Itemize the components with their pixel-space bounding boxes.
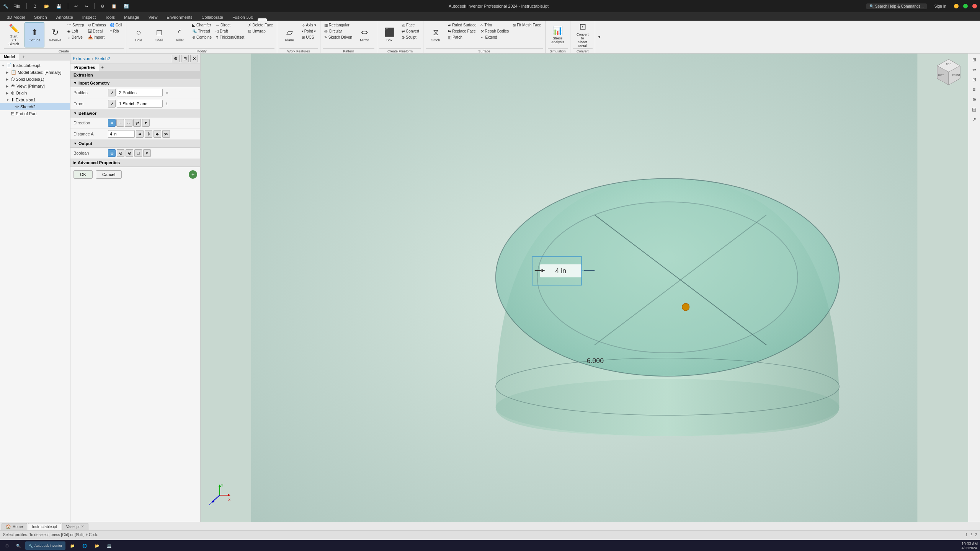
- bool-join-btn[interactable]: ⊕: [108, 149, 116, 157]
- emboss-btn[interactable]: ⊙ Emboss: [87, 22, 108, 28]
- mini-btn-7[interactable]: ↗: [970, 115, 979, 124]
- ribbon-more-btn[interactable]: ▾: [597, 34, 602, 40]
- tab-view[interactable]: View: [144, 14, 162, 21]
- panel-close-btn[interactable]: ✕: [190, 55, 198, 62]
- thread-btn[interactable]: 🔩 Thread: [191, 28, 213, 34]
- redo-btn[interactable]: ↪: [83, 3, 90, 10]
- dist-next-btn[interactable]: ⏭: [154, 130, 161, 138]
- home-tab[interactable]: 🏠 Home: [2, 523, 27, 530]
- direction-collapse-btn[interactable]: ▾: [142, 119, 150, 127]
- from-select-icon[interactable]: ↗: [108, 100, 116, 108]
- root-arrow[interactable]: ▼: [2, 64, 6, 67]
- mini-btn-1[interactable]: ⊞: [970, 55, 979, 64]
- sign-in-btn[interactable]: Sign In: [931, 3, 949, 9]
- patch-btn[interactable]: ◫ Patch: [446, 34, 478, 40]
- tree-item-origin[interactable]: ▶ ⊕ Origin: [0, 90, 70, 96]
- tree-item-sketch2[interactable]: ▶ ✏ Sketch2: [0, 103, 70, 110]
- powershell-taskbar-btn[interactable]: 💻: [104, 541, 114, 550]
- rectangular-btn[interactable]: ▦ Rectangular: [323, 22, 354, 28]
- breadcrumb-item-2[interactable]: Sketch2: [95, 56, 110, 61]
- bool-new-solid-btn[interactable]: □: [134, 149, 142, 157]
- tree-item-end-of-part[interactable]: ▶ ⊟ End of Part: [0, 110, 70, 117]
- face-btn[interactable]: ◰ Face: [400, 22, 421, 28]
- tab-manage[interactable]: Manage: [119, 14, 144, 21]
- model-tab[interactable]: Model: [0, 54, 19, 60]
- tab-fusion360[interactable]: Fusion 360: [228, 14, 258, 21]
- dir-asym-btn[interactable]: ⇄: [133, 119, 141, 127]
- circular-btn[interactable]: ◎ Circular: [323, 28, 354, 34]
- plane-btn[interactable]: ▱ Plane: [279, 22, 299, 47]
- bool-intersect-btn[interactable]: ⊗: [126, 149, 133, 157]
- save-btn[interactable]: 💾: [54, 3, 64, 10]
- chrome-taskbar-btn[interactable]: 🌐: [79, 541, 90, 550]
- update-btn[interactable]: 🔄: [122, 3, 131, 10]
- close-btn[interactable]: [972, 4, 977, 8]
- decal-btn[interactable]: 🖼 Decal: [87, 28, 108, 34]
- dist-asym-btn[interactable]: ⇕: [145, 130, 152, 138]
- mini-btn-5[interactable]: ⊕: [970, 95, 979, 104]
- fillet-btn[interactable]: ◜ Fillet: [170, 22, 190, 47]
- delete-face-btn[interactable]: ✗ Delete Face: [247, 22, 274, 28]
- loft-btn[interactable]: ◈ Loft: [66, 28, 86, 34]
- tab-3d-model[interactable]: 3D Model: [2, 14, 29, 21]
- point-btn[interactable]: • Point ▾: [300, 28, 318, 34]
- vase-tab[interactable]: Vase.ipt ✕: [62, 523, 88, 530]
- view-arrow[interactable]: ▶: [6, 85, 11, 88]
- behavior-header[interactable]: ▼ Behavior: [70, 109, 200, 117]
- panel-expand-btn[interactable]: ⊞: [181, 55, 189, 62]
- convert-sheet-metal-btn[interactable]: ⊡ Convert toSheet Metal: [573, 22, 593, 47]
- add-button[interactable]: +: [189, 170, 197, 179]
- revolve-btn[interactable]: ↻ Revolve: [45, 22, 65, 47]
- solid-bodies-arrow[interactable]: ▶: [6, 78, 11, 81]
- convert-freeform-btn[interactable]: ⇄ Convert: [400, 28, 421, 34]
- tree-item-solid-bodies[interactable]: ▶ ⬡ Solid Bodies(1): [0, 76, 70, 83]
- tab-inspect[interactable]: Inspect: [78, 14, 100, 21]
- from-input[interactable]: 1 Sketch Plane: [117, 100, 163, 108]
- sculpt-btn[interactable]: ⊗ Sculpt: [400, 34, 421, 40]
- tree-item-model-states[interactable]: ▶ 📋 Model States: [Primary]: [0, 69, 70, 76]
- dir-two-btn[interactable]: ↔: [125, 119, 132, 127]
- explorer-taskbar-btn[interactable]: 📁: [67, 541, 78, 550]
- ucs-btn[interactable]: ⊞ UCS: [300, 34, 318, 40]
- repair-bodies-btn[interactable]: ⚒ Repair Bodies: [479, 28, 511, 34]
- settings-btn[interactable]: ⚙: [172, 55, 180, 62]
- shell-btn[interactable]: □ Shell: [149, 22, 169, 47]
- dir-symmetric-btn[interactable]: ⬌: [108, 119, 116, 127]
- bool-collapse-btn[interactable]: ▾: [143, 149, 151, 157]
- mini-btn-6[interactable]: ▤: [970, 105, 979, 114]
- input-geometry-header[interactable]: ▼ Input Geometry: [70, 79, 200, 87]
- dist-sym-btn[interactable]: ⬌: [136, 130, 144, 138]
- trim-btn[interactable]: ✁ Trim: [479, 22, 511, 28]
- direct-btn[interactable]: → Direct: [214, 22, 246, 28]
- fit-mesh-face-btn[interactable]: ⊠ Fit Mesh Face: [511, 22, 542, 28]
- dir-one-btn[interactable]: →: [116, 119, 124, 127]
- box-freeform-btn[interactable]: ⬛ Box: [379, 22, 399, 47]
- extrude-btn[interactable]: ⬆ Extrude: [24, 22, 44, 47]
- mini-btn-3[interactable]: ⊡: [970, 75, 979, 84]
- tree-item-extrusion1[interactable]: ▼ ⬆ Extrusion1: [0, 96, 70, 103]
- vase-tab-close[interactable]: ✕: [81, 525, 84, 528]
- origin-arrow[interactable]: ▶: [6, 91, 11, 95]
- maximize-btn[interactable]: [963, 4, 968, 8]
- cancel-button[interactable]: Cancel: [96, 170, 122, 179]
- sketch-driven-btn[interactable]: ✎ Sketch Driven: [323, 34, 354, 40]
- props-tab-plus[interactable]: +: [99, 64, 106, 71]
- dist-all-btn[interactable]: ≫: [162, 130, 170, 138]
- tab-environments[interactable]: Environments: [162, 14, 197, 21]
- start-2d-sketch-btn[interactable]: ✏️ Start2D Sketch: [4, 22, 24, 47]
- properties-btn[interactable]: ⚙: [99, 3, 106, 10]
- profiles-clear-btn[interactable]: ✕: [164, 90, 170, 96]
- axis-btn[interactable]: ⊹ Axis ▾: [300, 22, 318, 28]
- iproperties-btn[interactable]: 📋: [109, 3, 119, 10]
- inventor-taskbar-btn[interactable]: 🔧 Autodesk Inventor: [25, 541, 65, 550]
- search-help[interactable]: 🔍 Search Help & Commands...: [866, 3, 927, 9]
- browser-tab-2[interactable]: +: [19, 54, 29, 60]
- open-btn[interactable]: 📂: [42, 3, 51, 10]
- stress-analysis-btn[interactable]: 📊 StressAnalysis: [548, 22, 568, 47]
- stitch-btn[interactable]: ⧖ Stitch: [426, 22, 446, 47]
- combine-btn[interactable]: ⊕ Combine: [191, 34, 213, 40]
- mini-btn-4[interactable]: ≡: [970, 85, 979, 94]
- tree-item-view[interactable]: ▶ 👁 View: [Primary]: [0, 83, 70, 90]
- tree-item-root[interactable]: ▼ 📄 Instructable.ipt: [0, 62, 70, 69]
- tab-collaborate[interactable]: Collaborate: [197, 14, 228, 21]
